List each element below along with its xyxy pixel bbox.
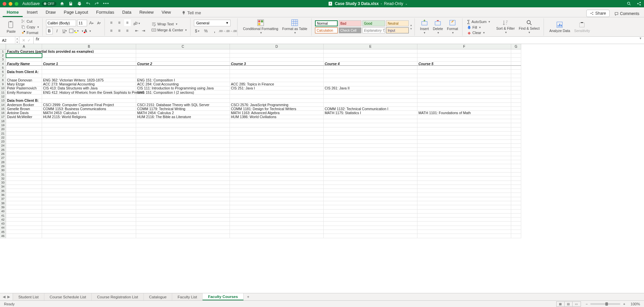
cell[interactable]: Faculty Name: [6, 62, 42, 66]
ribbon-tab-insert[interactable]: Insert: [23, 8, 42, 17]
cell[interactable]: [136, 234, 230, 238]
cell[interactable]: [417, 103, 511, 107]
select-all-corner[interactable]: [0, 44, 6, 49]
cell[interactable]: [511, 210, 521, 214]
increase-font-icon[interactable]: A▴: [88, 20, 95, 26]
cell[interactable]: [6, 127, 42, 131]
view-page-break-icon[interactable]: ▭: [573, 302, 581, 306]
cell[interactable]: [136, 214, 230, 218]
cell[interactable]: Course 3: [230, 62, 324, 66]
cell[interactable]: Course 4: [324, 62, 417, 66]
zoom-out-button[interactable]: −: [586, 302, 588, 306]
cell[interactable]: [511, 66, 521, 70]
cell[interactable]: [42, 185, 136, 189]
row-header-40[interactable]: 40: [0, 210, 6, 214]
cell[interactable]: [324, 181, 417, 185]
row-header-10[interactable]: 10: [0, 86, 6, 90]
cell[interactable]: [511, 127, 521, 131]
cell[interactable]: [230, 156, 324, 160]
cell[interactable]: [324, 58, 417, 62]
cell[interactable]: [417, 82, 511, 86]
share-top-icon[interactable]: [637, 1, 641, 6]
cell[interactable]: [230, 66, 324, 70]
cell[interactable]: [42, 74, 136, 78]
cell[interactable]: [511, 62, 521, 66]
save-icon[interactable]: [68, 1, 73, 6]
cell[interactable]: [6, 74, 42, 78]
cell[interactable]: [136, 148, 230, 152]
cell[interactable]: [324, 164, 417, 168]
cell[interactable]: [324, 218, 417, 222]
bold-button[interactable]: B: [46, 28, 53, 34]
cell[interactable]: [511, 181, 521, 185]
row-header-35[interactable]: 35: [0, 189, 6, 193]
copy-button[interactable]: Copy: [20, 24, 40, 29]
cell[interactable]: [6, 152, 42, 156]
cell[interactable]: [417, 173, 511, 177]
cell[interactable]: [511, 58, 521, 62]
cell[interactable]: CIS 413: Data Structures with Java: [42, 86, 136, 90]
undo-icon[interactable]: [86, 1, 90, 6]
row-header-36[interactable]: 36: [0, 193, 6, 197]
cell[interactable]: [324, 119, 417, 123]
cell[interactable]: [42, 156, 136, 160]
tell-me[interactable]: Tell me: [178, 8, 205, 17]
cell[interactable]: [324, 74, 417, 78]
decrease-font-icon[interactable]: A▾: [96, 20, 102, 26]
cell[interactable]: [136, 53, 230, 57]
cell[interactable]: [511, 123, 521, 127]
row-header-15[interactable]: 15: [0, 107, 6, 111]
cell[interactable]: [42, 230, 136, 234]
ribbon-tab-data[interactable]: Data: [118, 8, 135, 17]
add-sheet-button[interactable]: +: [244, 293, 253, 300]
cell[interactable]: [230, 94, 324, 98]
sheet-tab-course-schedule-list[interactable]: Course Schedule List: [44, 293, 92, 300]
analyze-data-button[interactable]: Analyze Data: [547, 20, 572, 33]
cell[interactable]: [136, 193, 230, 197]
cell[interactable]: [324, 131, 417, 135]
cell[interactable]: Antoine Davis: [6, 111, 42, 115]
cell[interactable]: [136, 127, 230, 131]
expand-formula-bar-icon[interactable]: ▼: [637, 37, 644, 44]
cell[interactable]: [6, 156, 42, 160]
cell[interactable]: [6, 177, 42, 181]
print-icon[interactable]: [77, 1, 82, 6]
cell[interactable]: [324, 49, 417, 53]
row-header-44[interactable]: 44: [0, 226, 6, 230]
cell[interactable]: [136, 230, 230, 234]
cell[interactable]: [6, 181, 42, 185]
cell[interactable]: [511, 160, 521, 164]
cell[interactable]: [511, 148, 521, 152]
cell[interactable]: [6, 94, 42, 98]
cell[interactable]: [417, 189, 511, 193]
ribbon-tab-review[interactable]: Review: [135, 8, 158, 17]
column-header-E[interactable]: E: [324, 44, 417, 49]
cell[interactable]: [136, 58, 230, 62]
cell[interactable]: [511, 169, 521, 173]
cell[interactable]: [417, 210, 511, 214]
align-middle-icon[interactable]: ≡: [116, 19, 123, 26]
sheet-nav-last-icon[interactable]: ▶: [7, 295, 10, 299]
cell[interactable]: [136, 218, 230, 222]
cell[interactable]: [230, 185, 324, 189]
row-header-13[interactable]: 13: [0, 99, 6, 103]
style-neutral[interactable]: Neutral: [386, 20, 409, 26]
comma-button[interactable]: ,: [211, 28, 218, 34]
cell[interactable]: [230, 58, 324, 62]
cell[interactable]: [230, 226, 324, 230]
row-header-26[interactable]: 26: [0, 152, 6, 156]
row-header-25[interactable]: 25: [0, 148, 6, 152]
style-check-cell[interactable]: Check Cell: [339, 27, 361, 33]
cell[interactable]: [136, 119, 230, 123]
fill-button[interactable]: Fill: [466, 25, 492, 30]
cell[interactable]: [417, 74, 511, 78]
cell[interactable]: Peter Pasternovich: [6, 86, 42, 90]
cell[interactable]: [6, 148, 42, 152]
style-calculation[interactable]: Calculation: [315, 27, 338, 33]
cell[interactable]: [42, 205, 136, 209]
cell[interactable]: [230, 148, 324, 152]
cell[interactable]: [324, 193, 417, 197]
column-header-B[interactable]: B: [42, 44, 136, 49]
close-window-icon[interactable]: [3, 2, 6, 6]
align-bottom-icon[interactable]: ≡: [124, 19, 131, 26]
